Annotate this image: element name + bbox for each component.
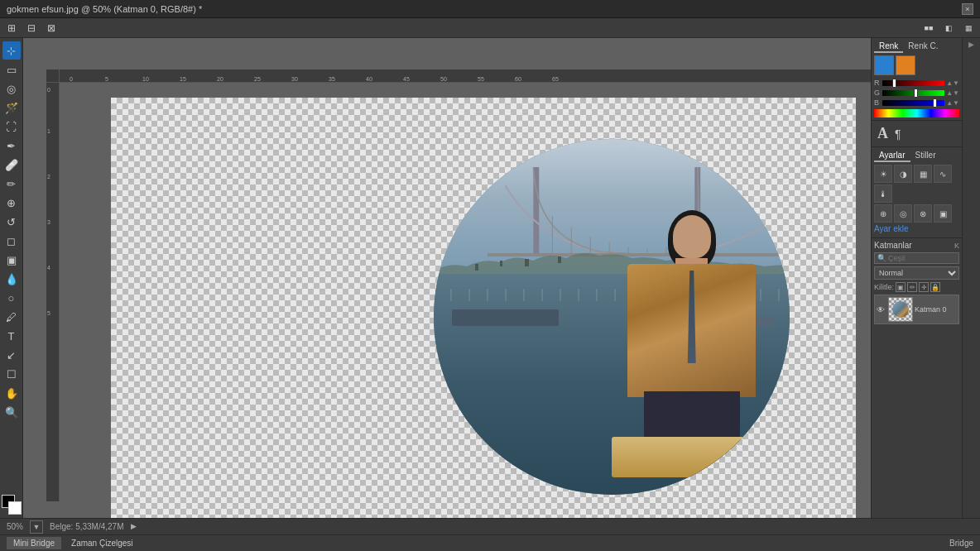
r-slider[interactable] xyxy=(882,80,944,86)
svg-rect-13 xyxy=(558,256,561,263)
adj-channelmixer[interactable]: ⊗ xyxy=(914,204,932,223)
options-bar: ⊞ ⊟ ⊠ ■■ ◧ ▦ xyxy=(0,18,980,38)
adj-photofilter[interactable]: ◎ xyxy=(894,204,912,223)
boat-rail xyxy=(612,437,772,477)
tab-renk-c[interactable]: Renk C. xyxy=(903,41,943,53)
add-adjustment-button[interactable]: Ayar ekle xyxy=(874,223,959,235)
crop-tool[interactable]: ⛶ xyxy=(2,117,21,136)
layer-visibility-icon[interactable]: 👁 xyxy=(877,305,886,314)
zoom-tool[interactable]: 🔍 xyxy=(2,403,21,421)
lock-transparency-icon[interactable]: ▣ xyxy=(896,282,906,292)
right-panel-icon-3[interactable]: ▦ xyxy=(960,20,977,36)
timeline-tab[interactable]: Zaman Çizelgesi xyxy=(65,537,139,549)
marquee-tool[interactable]: ▭ xyxy=(2,60,21,79)
zoom-options-button[interactable]: ▼ xyxy=(30,520,43,534)
tab-ayarlar[interactable]: Ayarlar xyxy=(874,150,910,162)
move-tool[interactable]: ⊹ xyxy=(2,41,21,60)
right-panel-icon-2[interactable]: ◧ xyxy=(940,20,957,36)
file-size: Belge: 5,33M/4,27M xyxy=(50,522,124,531)
panels-main: Renk Renk C. R ▲▼ xyxy=(871,38,962,518)
color-swatches xyxy=(874,55,959,75)
document-title: gokmen efsun.jpg @ 50% (Katman 0, RGB/8#… xyxy=(7,4,962,14)
expand-r[interactable]: ▲▼ xyxy=(946,79,959,87)
eraser-tool[interactable]: ◻ xyxy=(2,232,21,250)
right-panels: Renk Renk C. R ▲▼ xyxy=(871,38,980,518)
vertical-ruler: 0 1 2 3 4 5 xyxy=(46,83,60,501)
close-tab-button[interactable]: × xyxy=(962,3,973,15)
adjustment-icons-row: ☀ ◑ ▦ ∿ 🌡 xyxy=(874,165,959,203)
quick-select-tool[interactable]: 🪄 xyxy=(2,98,21,117)
b-slider[interactable] xyxy=(882,100,944,106)
pen-tool[interactable]: 🖊 xyxy=(2,308,21,326)
status-bar: 50% ▼ Belge: 5,33M/4,27M ▶ xyxy=(0,518,980,534)
options-icon-2[interactable]: ⊟ xyxy=(23,20,40,36)
adj-contrast[interactable]: ◑ xyxy=(894,165,912,183)
expand-g[interactable]: ▲▼ xyxy=(946,89,959,97)
expand-b[interactable]: ▲▼ xyxy=(946,99,959,107)
layer-item[interactable]: 👁 Katman 0 xyxy=(874,295,959,324)
adj-levels[interactable]: ▦ xyxy=(914,165,932,183)
layers-header: Katmanlar K xyxy=(874,241,959,250)
history-brush-tool[interactable]: ↺ xyxy=(2,213,21,231)
layer-name: Katman 0 xyxy=(915,305,947,314)
type-settings-panel: A ¶ xyxy=(872,121,962,147)
blend-mode-select[interactable]: Normal xyxy=(874,266,959,280)
title-bar: gokmen efsun.jpg @ 50% (Katman 0, RGB/8#… xyxy=(0,0,980,18)
search-icon: 🔍 xyxy=(877,254,886,262)
options-icon-1[interactable]: ⊞ xyxy=(3,20,20,36)
adj-brightness[interactable]: ☀ xyxy=(874,165,892,183)
photo-scene xyxy=(434,139,790,495)
canvas-area: 0 5 10 15 20 25 30 35 40 45 50 55 60 65 … xyxy=(23,38,871,518)
path-tool[interactable]: ↙ xyxy=(2,346,21,364)
eyedropper-tool[interactable]: ✒ xyxy=(2,137,21,155)
a-icon: A xyxy=(874,123,891,144)
gradient-tool[interactable]: ▣ xyxy=(2,251,21,269)
lasso-tool[interactable]: ◎ xyxy=(2,79,21,98)
lock-row: Kilitle: ▣ ✏ ✛ 🔒 xyxy=(874,282,959,292)
right-panel-icon-1[interactable]: ■■ xyxy=(920,20,937,36)
adjustments-tabs: Ayarlar Stiller xyxy=(874,150,959,162)
lock-image-icon[interactable]: ✏ xyxy=(907,282,917,292)
color-tabs: Renk Renk C. xyxy=(874,41,959,53)
file-info-arrow[interactable]: ▶ xyxy=(131,522,141,532)
mini-bridge-tab[interactable]: Mini Bridge xyxy=(7,537,61,549)
options-icon-3[interactable]: ⊠ xyxy=(43,20,60,36)
layers-search[interactable]: 🔍 xyxy=(874,252,959,264)
person-jacket xyxy=(627,264,756,397)
circle-mask-layer xyxy=(434,139,790,495)
lock-all-icon[interactable]: 🔒 xyxy=(930,282,940,292)
layers-title: Katmanlar xyxy=(874,241,912,250)
adj-colorbalance[interactable]: ⊕ xyxy=(874,204,892,223)
brush-tool[interactable]: ✏ xyxy=(2,175,21,193)
shape-tool[interactable]: ☐ xyxy=(2,365,21,383)
r-label: R xyxy=(874,79,881,87)
svg-rect-11 xyxy=(500,261,502,266)
swatch-orange[interactable] xyxy=(896,55,915,75)
swatch-blue[interactable] xyxy=(874,55,894,75)
layer-thumbnail-bg xyxy=(889,298,912,321)
adj-saturation[interactable]: 🌡 xyxy=(874,184,892,203)
adj-gradient[interactable]: ▣ xyxy=(934,204,952,223)
collapse-arrow[interactable]: ◀ xyxy=(968,41,976,50)
tab-renk[interactable]: Renk xyxy=(874,41,903,53)
dodge-tool[interactable]: ○ xyxy=(2,289,21,307)
svg-rect-12 xyxy=(525,259,529,266)
blur-tool[interactable]: 💧 xyxy=(2,270,21,288)
healing-brush-tool[interactable]: 🩹 xyxy=(2,156,21,174)
type-tool[interactable]: T xyxy=(2,327,21,345)
adjustment-icons-row2: ⊕ ◎ ⊗ ▣ xyxy=(874,204,959,223)
color-spectrum[interactable] xyxy=(874,109,959,117)
clone-tool[interactable]: ⊕ xyxy=(2,194,21,212)
layers-search-input[interactable] xyxy=(888,254,930,262)
tab-stiller[interactable]: Stiller xyxy=(910,150,941,162)
canvas-document xyxy=(111,98,856,518)
g-slider[interactable] xyxy=(882,90,944,96)
person-face xyxy=(673,215,711,258)
layers-tab2[interactable]: K xyxy=(954,242,959,250)
left-toolbar: ⊹ ▭ ◎ 🪄 ⛶ ✒ 🩹 ✏ ⊕ ↺ ◻ ▣ 💧 ○ 🖊 T ↙ ☐ ✋ 🔍 xyxy=(0,38,23,518)
hand-tool[interactable]: ✋ xyxy=(2,384,21,402)
adj-curves[interactable]: ∿ xyxy=(934,165,952,183)
lock-position-icon[interactable]: ✛ xyxy=(919,282,929,292)
layer-thumbnail xyxy=(888,297,913,322)
background-color[interactable] xyxy=(8,501,22,515)
